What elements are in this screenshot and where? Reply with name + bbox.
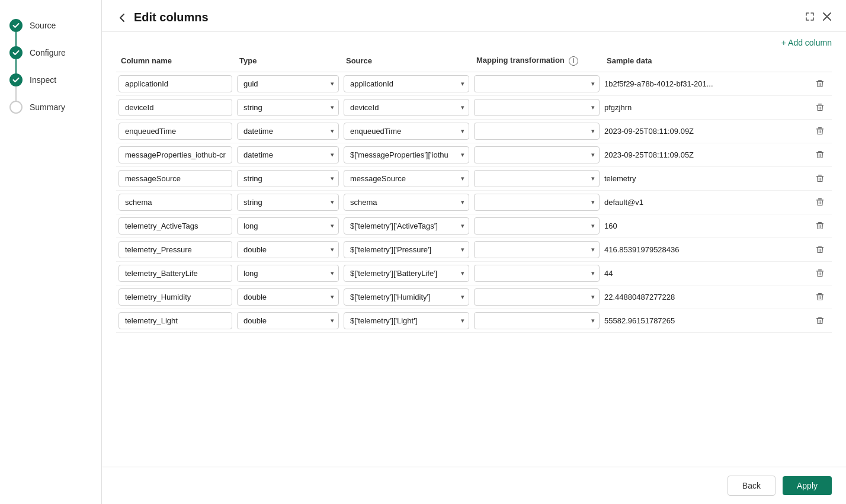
source-select[interactable]: $['telemetry']['Humidity'] <box>344 288 469 306</box>
sidebar-item-configure[interactable]: Configure <box>0 39 101 66</box>
mapping-select[interactable] <box>474 312 600 329</box>
type-select[interactable]: guidstringdatetimelongdoubleintegerboole… <box>237 75 339 92</box>
footer: Back Apply <box>102 467 846 504</box>
svg-rect-21 <box>818 317 822 318</box>
header-delete <box>810 51 832 72</box>
type-select[interactable]: guidstringdatetimelongdoubleintegerboole… <box>237 312 339 329</box>
type-select[interactable]: guidstringdatetimelongdoubleintegerboole… <box>237 146 339 163</box>
column-name-input[interactable] <box>118 217 232 235</box>
delete-row-button[interactable] <box>813 76 827 91</box>
mapping-select[interactable] <box>474 75 600 92</box>
svg-rect-15 <box>818 246 822 247</box>
close-button[interactable] <box>822 12 832 24</box>
columns-table: Column name Type Source Mapping transfor… <box>116 51 832 333</box>
delete-row-button[interactable] <box>813 195 827 209</box>
source-select[interactable]: enqueuedTime <box>344 123 469 140</box>
table-row: guidstringdatetimelongdoubleintegerboole… <box>116 72 832 96</box>
column-name-input[interactable] <box>118 170 232 187</box>
delete-row-button[interactable] <box>813 290 827 304</box>
mapping-info-icon[interactable]: i <box>569 56 578 66</box>
delete-row-button[interactable] <box>813 266 827 280</box>
column-name-input[interactable] <box>118 241 232 258</box>
type-select[interactable]: guidstringdatetimelongdoubleintegerboole… <box>237 217 339 235</box>
header-mapping: Mapping transformation i <box>472 51 602 72</box>
column-name-input[interactable] <box>118 194 232 211</box>
delete-row-button[interactable] <box>813 147 827 162</box>
type-select[interactable]: guidstringdatetimelongdoubleintegerboole… <box>237 123 339 140</box>
sample-data-cell: 44 <box>602 262 810 285</box>
sidebar-label-inspect: Inspect <box>30 75 56 85</box>
source-select[interactable]: $['telemetry']['BatteryLife'] <box>344 265 469 282</box>
header-type: Type <box>235 51 341 72</box>
column-name-input[interactable] <box>118 265 232 282</box>
source-select[interactable]: $['telemetry']['Pressure'] <box>344 241 469 258</box>
step-circle-summary <box>9 101 23 114</box>
mapping-select[interactable] <box>474 241 600 258</box>
sidebar-item-source[interactable]: Source <box>0 12 101 39</box>
type-select[interactable]: guidstringdatetimelongdoubleintegerboole… <box>237 194 339 211</box>
column-name-input[interactable] <box>118 146 232 163</box>
delete-row-button[interactable] <box>813 219 827 233</box>
header-left: Edit columns <box>116 11 209 24</box>
source-select[interactable]: messageSource <box>344 170 469 187</box>
table-row: guidstringdatetimelongdoubleintegerboole… <box>116 309 832 333</box>
svg-rect-1 <box>818 80 822 81</box>
sample-data-cell: 22.44880487277228 <box>602 285 810 309</box>
source-select[interactable]: deviceId <box>344 99 469 116</box>
header-column-name: Column name <box>116 51 235 72</box>
back-arrow-button[interactable] <box>116 12 128 24</box>
column-name-input[interactable] <box>118 312 232 329</box>
delete-row-button[interactable] <box>813 100 827 114</box>
apply-button[interactable]: Apply <box>783 476 832 495</box>
table-row: guidstringdatetimelongdoubleintegerboole… <box>116 167 832 191</box>
svg-rect-3 <box>818 104 822 105</box>
column-name-input[interactable] <box>118 123 232 140</box>
expand-button[interactable] <box>805 11 815 24</box>
header-sample: Sample data <box>602 51 810 72</box>
svg-rect-7 <box>818 151 822 152</box>
delete-row-button[interactable] <box>813 124 827 138</box>
source-select[interactable]: $['telemetry']['ActiveTags'] <box>344 217 469 235</box>
svg-rect-14 <box>816 247 823 248</box>
mapping-select[interactable] <box>474 146 600 163</box>
source-select[interactable]: $['telemetry']['Light'] <box>344 312 469 329</box>
type-select[interactable]: guidstringdatetimelongdoubleintegerboole… <box>237 241 339 258</box>
sample-data-cell: 416.85391979528436 <box>602 238 810 262</box>
column-name-input[interactable] <box>118 75 232 92</box>
source-select[interactable]: applicationId <box>344 75 469 92</box>
back-button[interactable]: Back <box>728 476 776 496</box>
delete-row-button[interactable] <box>813 313 827 328</box>
source-select[interactable]: $['messageProperties']['iothu <box>344 146 469 163</box>
mapping-select[interactable] <box>474 99 600 116</box>
column-name-input[interactable] <box>118 99 232 116</box>
mapping-select[interactable] <box>474 194 600 211</box>
mapping-select[interactable] <box>474 170 600 187</box>
type-select[interactable]: guidstringdatetimelongdoubleintegerboole… <box>237 265 339 282</box>
sidebar-item-inspect[interactable]: Inspect <box>0 66 101 94</box>
svg-rect-0 <box>816 81 823 82</box>
sidebar-label-summary: Summary <box>30 102 65 112</box>
type-select[interactable]: guidstringdatetimelongdoubleintegerboole… <box>237 288 339 306</box>
type-select[interactable]: guidstringdatetimelongdoubleintegerboole… <box>237 99 339 116</box>
mapping-select[interactable] <box>474 288 600 306</box>
sidebar-item-summary[interactable]: Summary <box>0 94 101 121</box>
table-row: guidstringdatetimelongdoubleintegerboole… <box>116 191 832 214</box>
delete-row-button[interactable] <box>813 171 827 185</box>
header-right <box>805 11 832 24</box>
mapping-select[interactable] <box>474 265 600 282</box>
mapping-select[interactable] <box>474 123 600 140</box>
svg-rect-18 <box>816 294 823 296</box>
svg-rect-4 <box>816 129 823 130</box>
mapping-select[interactable] <box>474 217 600 235</box>
columns-table-container: Column name Type Source Mapping transfor… <box>102 51 846 467</box>
delete-row-button[interactable] <box>813 242 827 256</box>
source-select[interactable]: schema <box>344 194 469 211</box>
sample-data-cell: 2023-09-25T08:11:09.09Z <box>602 120 810 143</box>
type-select[interactable]: guidstringdatetimelongdoubleintegerboole… <box>237 170 339 187</box>
table-row: guidstringdatetimelongdoubleintegerboole… <box>116 143 832 167</box>
svg-rect-17 <box>818 269 822 271</box>
svg-rect-10 <box>816 200 823 201</box>
column-name-input[interactable] <box>118 288 232 306</box>
page-title: Edit columns <box>134 11 209 24</box>
add-column-button[interactable]: + Add column <box>781 38 832 47</box>
